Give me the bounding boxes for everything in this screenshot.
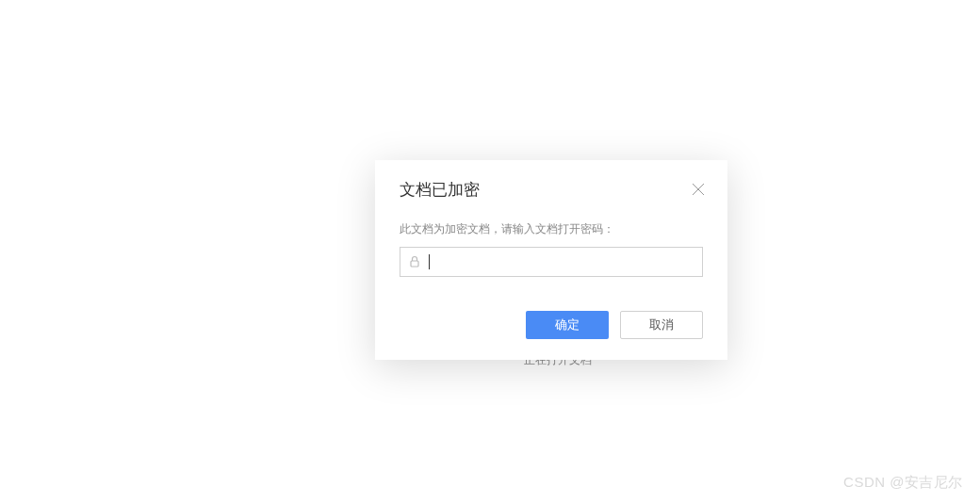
dialog-title: 文档已加密 [400, 179, 480, 201]
close-icon[interactable] [692, 183, 705, 196]
password-input-wrapper[interactable] [400, 247, 703, 277]
dialog-header: 文档已加密 [400, 179, 703, 201]
encrypted-document-dialog: 文档已加密 此文档为加密文档，请输入文档打开密码： 确定 取消 [375, 160, 727, 360]
dialog-footer: 确定 取消 [400, 311, 703, 339]
cancel-button[interactable]: 取消 [620, 311, 703, 339]
lock-icon [408, 255, 421, 268]
watermark: CSDN @安吉尼尔 [843, 474, 963, 492]
password-prompt-label: 此文档为加密文档，请输入文档打开密码： [400, 221, 703, 237]
password-input[interactable] [427, 248, 694, 276]
svg-rect-2 [411, 261, 418, 267]
confirm-button[interactable]: 确定 [526, 311, 609, 339]
text-cursor [429, 254, 430, 269]
